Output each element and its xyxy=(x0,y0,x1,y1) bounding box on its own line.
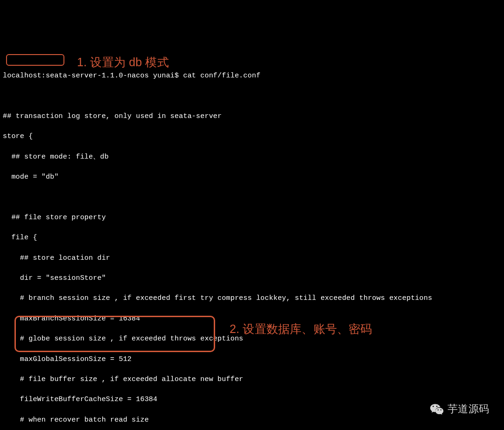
terminal-output: localhost:seata-server-1.1.0-nacos yunai… xyxy=(0,41,504,430)
prompt-line: localhost:seata-server-1.1.0-nacos yunai… xyxy=(3,71,501,81)
cfg-line: maxGlobalSessionSize = 512 xyxy=(3,354,501,365)
cfg-line: store { xyxy=(3,132,501,142)
cfg-line: file { xyxy=(3,233,501,243)
cfg-line: ## file store property xyxy=(3,213,501,223)
blank xyxy=(3,91,501,101)
watermark-text: 芋道源码 xyxy=(448,404,489,414)
watermark: 芋道源码 xyxy=(430,402,489,416)
wechat-icon xyxy=(430,402,444,416)
cfg-line: # branch session size , if exceeded firs… xyxy=(3,293,501,304)
cfg-line: fileWriteBufferCacheSize = 16384 xyxy=(3,395,501,405)
annotation-mode: 1. 设置为 db 模式 xyxy=(77,57,169,68)
cfg-line: # globe session size , if exceeded throw… xyxy=(3,334,501,344)
cfg-line: dir = "sessionStore" xyxy=(3,273,501,284)
cfg-line: # when recover batch read size xyxy=(3,415,501,425)
cfg-line-mode: mode = "db" xyxy=(3,172,501,182)
annotation-db: 2. 设置数据库、账号、密码 xyxy=(230,324,372,334)
blank xyxy=(3,192,501,202)
cfg-line: # file buffer size , if exceeded allocat… xyxy=(3,375,501,385)
cfg-line: ## store mode: file、db xyxy=(3,152,501,162)
cfg-line: ## store location dir xyxy=(3,253,501,264)
cfg-line: ## transaction log store, only used in s… xyxy=(3,111,501,122)
